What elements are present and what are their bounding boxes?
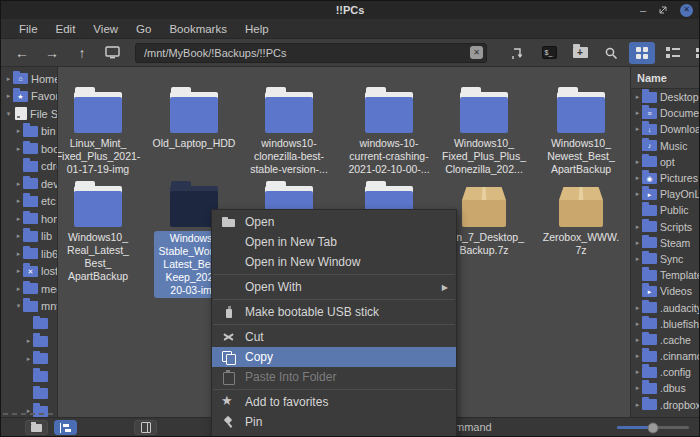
expander-collapsed-icon[interactable]: ▸ <box>633 255 642 263</box>
expander-collapsed-icon[interactable]: ▸ <box>14 197 23 205</box>
expander-collapsed-icon[interactable]: ▸ <box>14 127 23 135</box>
minimize-button[interactable]: – <box>640 1 646 19</box>
tree-item-home[interactable]: ▸⌂Home <box>1 70 57 88</box>
expander-expanded-icon[interactable]: ▾ <box>4 110 13 118</box>
list-item-audacity[interactable]: ▸.audacity <box>631 299 699 315</box>
show-treeview-toggle-button[interactable] <box>54 420 77 435</box>
tree-item-boot[interactable]: ▸boot <box>1 140 57 158</box>
file-item-old-laptop-hdd[interactable]: Old_Laptop_HDD <box>147 87 241 150</box>
expander-collapsed-icon[interactable]: ▸ <box>4 75 13 83</box>
expander-collapsed-icon[interactable]: ▸ <box>14 145 23 153</box>
restore-button[interactable] <box>658 5 668 15</box>
expander-collapsed-icon[interactable]: ▸ <box>633 158 642 166</box>
list-item-dbus[interactable]: ▸.dbus <box>631 380 699 396</box>
list-item-cinnamon[interactable]: ▸.cinnamon <box>631 348 699 364</box>
tree-item[interactable]: ▸ <box>1 350 57 368</box>
list-item-pictures[interactable]: ▸◉Pictures <box>631 170 699 186</box>
tree-item-dev[interactable]: ▸dev <box>1 175 57 193</box>
list-item-opt[interactable]: ▸opt <box>631 154 699 170</box>
toggle-extra-pane-button[interactable] <box>134 420 157 435</box>
menu-item-make-bootable-usb-stick[interactable]: Make bootable USB stick <box>212 302 456 322</box>
list-item-dropbox[interactable]: ▸.dropbox <box>631 397 699 413</box>
zoom-slider[interactable] <box>617 426 689 429</box>
tree-item-cdrom[interactable]: cdrom <box>1 158 57 176</box>
expander-collapsed-icon[interactable]: ▸ <box>14 232 23 240</box>
zoom-slider-handle[interactable] <box>648 422 659 433</box>
expander-collapsed-icon[interactable]: ▸ <box>633 401 642 409</box>
expander-collapsed-icon[interactable]: ▸ <box>633 320 642 328</box>
tree-item-etc[interactable]: ▸etc <box>1 193 57 211</box>
expander-collapsed-icon[interactable]: ▸ <box>14 215 23 223</box>
list-item-desktop[interactable]: ▸Desktop <box>631 89 699 105</box>
new-folder-button[interactable]: + <box>567 42 593 64</box>
tree-item[interactable] <box>1 385 57 403</box>
file-item-windows10[interactable]: Windows10_Fixed_Plus_Plus_Clonezilla_202… <box>437 87 531 176</box>
expander-collapsed-icon[interactable]: ▸ <box>633 109 642 117</box>
expander-collapsed-icon[interactable]: ▸ <box>14 267 23 275</box>
expander-collapsed-icon[interactable]: ▸ <box>633 304 642 312</box>
back-button[interactable]: ← <box>9 42 35 64</box>
tree-item-mnt[interactable]: ▾mnt <box>1 298 57 316</box>
expander-collapsed-icon[interactable]: ▸ <box>633 93 642 101</box>
tree-item[interactable]: ▸ <box>1 333 57 351</box>
show-places-toggle-button[interactable] <box>25 420 48 435</box>
menu-item-rename[interactable]: Rename... <box>212 432 456 437</box>
name-column-header[interactable]: Name <box>631 67 699 89</box>
forward-button[interactable]: → <box>39 42 65 64</box>
tree-item[interactable] <box>1 368 57 386</box>
open-terminal-button[interactable]: $_ <box>536 42 562 64</box>
expander-collapsed-icon[interactable]: ▸ <box>633 223 642 231</box>
menubar-item-view[interactable]: View <box>85 21 126 37</box>
tree-item-favorites[interactable]: ▸★Favorites <box>1 88 57 106</box>
expander-collapsed-icon[interactable]: ▸ <box>633 190 642 198</box>
tree-item-home[interactable]: ▸home <box>1 210 57 228</box>
tree-item[interactable] <box>1 315 57 333</box>
list-view-button[interactable] <box>660 42 686 64</box>
menu-item-copy[interactable]: Copy <box>212 347 456 367</box>
file-item-windows10[interactable]: Windows10_Newest_Best_ApartBackup <box>534 87 628 176</box>
menubar-item-help[interactable]: Help <box>237 21 277 37</box>
list-item-sync[interactable]: ▸Sync <box>631 251 699 267</box>
menu-item-open-with[interactable]: Open With▶ <box>212 277 456 297</box>
tree-item-lib64[interactable]: ▸lib64 <box>1 245 57 263</box>
menubar-item-go[interactable]: Go <box>128 21 159 37</box>
expander-collapsed-icon[interactable]: ▸ <box>633 174 642 182</box>
menubar-item-edit[interactable]: Edit <box>48 21 84 37</box>
clear-location-icon[interactable]: ✕ <box>470 46 483 59</box>
file-item-windows10[interactable]: windows10-clonezilla-best-stable-version… <box>242 87 336 176</box>
expander-collapsed-icon[interactable]: ▸ <box>24 355 33 363</box>
compact-view-button[interactable] <box>691 42 700 64</box>
list-item-config[interactable]: ▸.config <box>631 364 699 380</box>
tree-item-lib[interactable]: ▸lib <box>1 228 57 246</box>
menubar-item-bookmarks[interactable]: Bookmarks <box>161 21 235 37</box>
expander-collapsed-icon[interactable]: ▸ <box>24 337 33 345</box>
menubar-item-file[interactable]: File <box>11 21 46 37</box>
list-item-public[interactable]: Public <box>631 202 699 218</box>
file-item-linux-mint[interactable]: Linux_Mint_Fixed_Plus_2021-01-17-19-img <box>51 87 145 176</box>
tree-item-lost-found[interactable]: ▸✕lost+found <box>1 263 57 281</box>
expander-collapsed-icon[interactable]: ▸ <box>633 384 642 392</box>
list-item-videos[interactable]: ▸Videos <box>631 283 699 299</box>
list-item-bluefish[interactable]: ▸.bluefish <box>631 316 699 332</box>
tree-item-bin[interactable]: ▸bin <box>1 123 57 141</box>
close-button[interactable]: ✕ <box>680 4 693 17</box>
expander-expanded-icon[interactable]: ▾ <box>14 302 23 310</box>
expander-collapsed-icon[interactable]: ▸ <box>633 368 642 376</box>
expander-collapsed-icon[interactable]: ▸ <box>14 285 23 293</box>
list-item-cache[interactable]: ▸.cache <box>631 332 699 348</box>
file-item-zerobox-www[interactable]: Zerobox_WWW.7z <box>534 181 628 257</box>
file-item-windows-10[interactable]: windows-10-current-crashing-2021-02-10-0… <box>342 87 436 176</box>
expander-collapsed-icon[interactable]: ▸ <box>633 125 642 133</box>
toggle-location-entry-button[interactable] <box>505 42 531 64</box>
list-item-templates[interactable]: Templates <box>631 267 699 283</box>
tree-item-file-system[interactable]: ▾File System <box>1 105 57 123</box>
menu-item-cut[interactable]: Cut <box>212 327 456 347</box>
up-button[interactable]: ↑ <box>69 42 95 64</box>
expander-collapsed-icon[interactable]: ▸ <box>633 352 642 360</box>
list-item-documents[interactable]: ▸≡Documents <box>631 105 699 121</box>
computer-button[interactable] <box>99 42 125 64</box>
menu-item-add-to-favorites[interactable]: Add to favorites <box>212 392 456 412</box>
menu-item-pin[interactable]: Pin <box>212 412 456 432</box>
expander-collapsed-icon[interactable]: ▸ <box>633 239 642 247</box>
search-button[interactable] <box>598 42 624 64</box>
